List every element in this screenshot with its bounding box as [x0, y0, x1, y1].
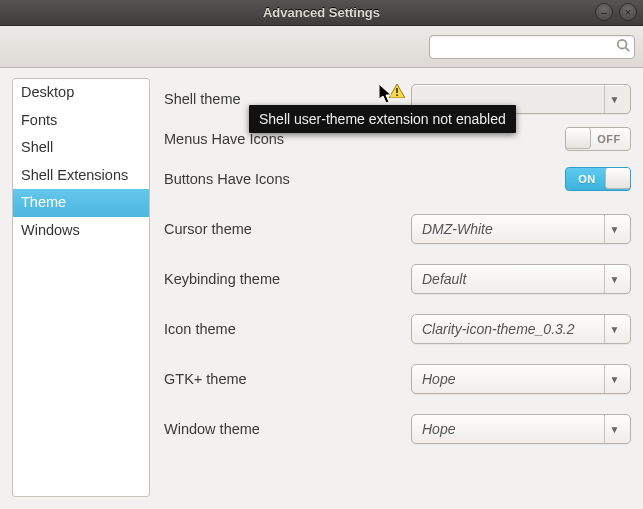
search-icon — [616, 38, 630, 55]
menus-have-icons-switch[interactable]: OFF — [565, 127, 631, 151]
cursor-pointer-icon — [379, 84, 393, 104]
chevron-down-icon: ▼ — [604, 365, 624, 393]
icon-theme-label: Icon theme — [164, 321, 389, 337]
buttons-have-icons-switch[interactable]: ON — [565, 167, 631, 191]
sidebar-item-theme[interactable]: Theme — [13, 189, 149, 217]
gtk-theme-combo[interactable]: Hope ▼ — [411, 364, 631, 394]
icon-theme-combo[interactable]: Clarity-icon-theme_0.3.2 ▼ — [411, 314, 631, 344]
svg-rect-3 — [396, 88, 398, 93]
sidebar-item-shell[interactable]: Shell — [13, 134, 149, 162]
svg-marker-5 — [379, 84, 391, 103]
keybinding-theme-label: Keybinding theme — [164, 271, 389, 287]
close-button[interactable]: × — [619, 3, 637, 21]
sidebar-item-fonts[interactable]: Fonts — [13, 107, 149, 135]
window-title: Advanced Settings — [0, 5, 643, 20]
toolbar — [0, 26, 643, 68]
chevron-down-icon: ▼ — [604, 315, 624, 343]
chevron-down-icon: ▼ — [604, 415, 624, 443]
buttons-have-icons-label: Buttons Have Icons — [164, 171, 389, 187]
sidebar-item-shell-extensions[interactable]: Shell Extensions — [13, 162, 149, 190]
cursor-theme-label: Cursor theme — [164, 221, 389, 237]
window-theme-label: Window theme — [164, 421, 389, 437]
search-input[interactable] — [434, 39, 616, 54]
tooltip: Shell user-theme extension not enabled — [249, 105, 516, 133]
menus-have-icons-label: Menus Have Icons — [164, 131, 389, 147]
sidebar-item-desktop[interactable]: Desktop — [13, 79, 149, 107]
chevron-down-icon: ▼ — [604, 85, 624, 113]
svg-rect-4 — [396, 94, 398, 96]
svg-line-1 — [626, 48, 630, 52]
search-box[interactable] — [429, 35, 635, 59]
gtk-theme-label: GTK+ theme — [164, 371, 389, 387]
minimize-button[interactable]: – — [595, 3, 613, 21]
window-titlebar: Advanced Settings – × — [0, 0, 643, 26]
sidebar: Desktop Fonts Shell Shell Extensions The… — [12, 78, 150, 497]
window-theme-combo[interactable]: Hope ▼ — [411, 414, 631, 444]
sidebar-item-windows[interactable]: Windows — [13, 217, 149, 245]
svg-point-0 — [618, 40, 627, 49]
chevron-down-icon: ▼ — [604, 265, 624, 293]
chevron-down-icon: ▼ — [604, 215, 624, 243]
keybinding-theme-combo[interactable]: Default ▼ — [411, 264, 631, 294]
switch-handle — [565, 127, 591, 149]
switch-handle — [605, 167, 631, 189]
cursor-theme-combo[interactable]: DMZ-White ▼ — [411, 214, 631, 244]
settings-content: Shell theme ▼ Menus Have Icons — [164, 78, 631, 497]
